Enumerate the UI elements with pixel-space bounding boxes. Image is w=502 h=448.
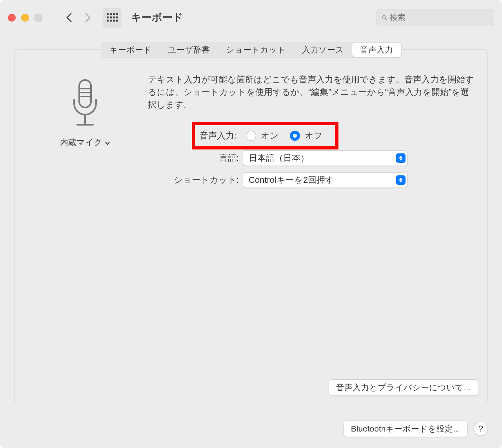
minimize-window-button[interactable] <box>21 14 29 22</box>
panel-body: 内蔵マイク テキスト入力が可能な箇所はどこでも音声入力を使用できます。音声入力を… <box>15 66 487 202</box>
language-select[interactable]: 日本語（日本） <box>243 150 407 166</box>
microphone-selector[interactable]: 内蔵マイク <box>60 137 110 148</box>
dictation-off-radio[interactable] <box>290 131 300 141</box>
preferences-window: キーボード キーボード ユーザ辞書 ショートカット 入力ソース <box>0 0 502 448</box>
shortcut-row: ショートカット: Controlキーを2回押す <box>148 172 476 188</box>
dictation-field-label: 音声入力: <box>200 130 238 142</box>
tab-user-dictionary[interactable]: ユーザ辞書 <box>160 43 218 57</box>
nav-arrows <box>60 9 96 26</box>
forward-button <box>79 9 96 26</box>
svg-line-1 <box>386 18 387 20</box>
tab-group: キーボード ユーザ辞書 ショートカット 入力ソース 音声入力 <box>101 42 402 58</box>
close-window-button[interactable] <box>8 14 16 22</box>
tab-input-sources[interactable]: 入力ソース <box>294 43 352 57</box>
toolbar: キーボード <box>0 0 502 35</box>
window-footer: Bluetoothキーボードを設定... ? <box>0 411 502 448</box>
tab-shortcuts[interactable]: ショートカット <box>218 43 294 57</box>
show-all-button[interactable] <box>103 8 122 27</box>
traffic-lights <box>8 14 42 22</box>
settings-panel: キーボード ユーザ辞書 ショートカット 入力ソース 音声入力 <box>14 49 488 403</box>
tab-dictation[interactable]: 音声入力 <box>352 43 401 57</box>
language-row: 言語: 日本語（日本） <box>148 150 476 166</box>
chevron-down-icon <box>105 138 110 147</box>
bluetooth-keyboard-button[interactable]: Bluetoothキーボードを設定... <box>344 421 467 437</box>
dictation-on-radio[interactable] <box>246 131 256 141</box>
shortcut-select[interactable]: Controlキーを2回押す <box>243 172 407 188</box>
grid-icon <box>107 13 118 22</box>
content: キーボード ユーザ辞書 ショートカット 入力ソース 音声入力 <box>0 35 502 411</box>
dictation-off-label: オフ <box>305 130 323 142</box>
back-button[interactable] <box>60 9 78 26</box>
microphone-label: 内蔵マイク <box>60 137 102 148</box>
microphone-icon <box>62 76 109 135</box>
settings-column: テキスト入力が可能な箇所はどこでも音声入力を使用できます。音声入力を開始するには… <box>148 73 476 194</box>
svg-rect-2 <box>79 80 91 107</box>
panel-footer: 音声入力とプライバシーについて... <box>329 379 478 396</box>
search-input[interactable] <box>390 13 489 22</box>
search-icon <box>382 13 387 22</box>
help-button[interactable]: ? <box>474 422 488 436</box>
microphone-column: 内蔵マイク <box>22 73 148 194</box>
tab-bar: キーボード ユーザ辞書 ショートカット 入力ソース 音声入力 <box>15 42 487 58</box>
window-title: キーボード <box>131 11 183 24</box>
shortcut-select-value: Controlキーを2回押す <box>249 174 396 186</box>
shortcut-field-label: ショートカット: <box>148 174 243 186</box>
dictation-on-label: オン <box>261 130 279 142</box>
language-select-value: 日本語（日本） <box>249 152 396 164</box>
dictation-privacy-button[interactable]: 音声入力とプライバシーについて... <box>329 379 478 396</box>
search-box[interactable] <box>376 9 494 26</box>
language-field-label: 言語: <box>148 152 243 164</box>
chevron-left-icon <box>65 12 73 23</box>
chevron-right-icon <box>84 12 91 23</box>
select-caret-icon <box>396 175 406 185</box>
zoom-window-button <box>35 14 42 22</box>
tab-keyboard[interactable]: キーボード <box>102 43 160 57</box>
select-caret-icon <box>396 153 406 163</box>
dictation-description: テキスト入力が可能な箇所はどこでも音声入力を使用できます。音声入力を開始するには… <box>148 73 476 111</box>
highlight-annotation: 音声入力: オン オフ <box>192 122 338 149</box>
